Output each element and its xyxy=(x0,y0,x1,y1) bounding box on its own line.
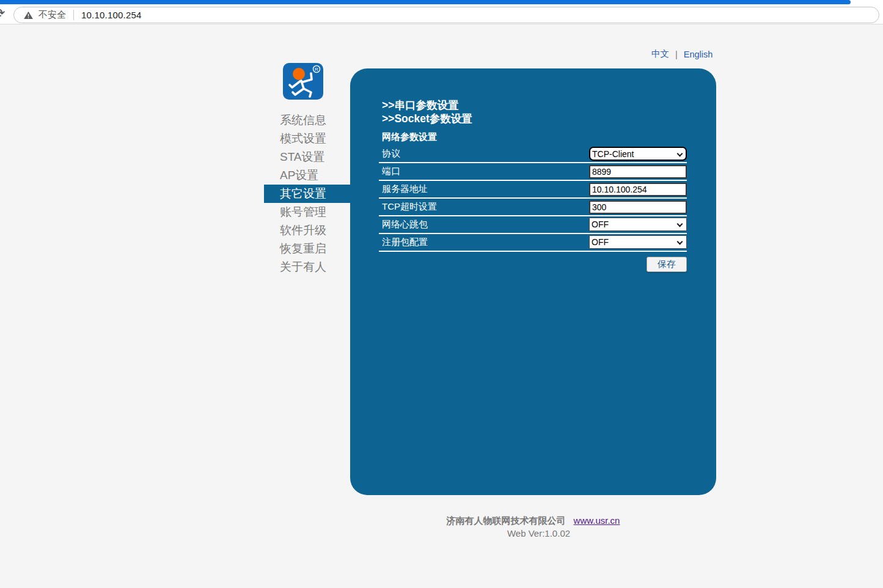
language-switcher: 中文 | English xyxy=(651,48,713,60)
sidebar-item-mode-settings[interactable]: 模式设置 xyxy=(264,130,350,148)
section-links: >>串口参数设置 >>Socket参数设置 xyxy=(379,99,687,125)
address-bar[interactable]: 不安全 10.10.100.254 xyxy=(13,7,879,23)
sidebar-item-ap-settings[interactable]: AP设置 xyxy=(264,166,350,185)
address-bar-divider xyxy=(73,10,74,20)
reload-icon[interactable]: ⟳ xyxy=(0,6,8,23)
web-version: Web Ver:1.0.02 xyxy=(350,528,716,538)
usr-iot-logo: R xyxy=(283,63,323,100)
tcp-timeout-input[interactable] xyxy=(589,200,687,214)
settings-form: 协议 TCP-Client 端口 服务器地址 TCP超时设置 xyxy=(379,145,687,252)
server-address-row: 服务器地址 xyxy=(379,181,687,199)
heartbeat-row: 网络心跳包 OFF xyxy=(379,216,687,234)
tcp-timeout-row: TCP超时设置 xyxy=(379,199,687,216)
save-button[interactable]: 保存 xyxy=(647,257,687,272)
website-link[interactable]: www.usr.cn xyxy=(574,515,620,526)
sidebar-item-other-settings[interactable]: 其它设置 xyxy=(264,185,350,203)
protocol-row: 协议 TCP-Client xyxy=(379,145,687,163)
sidebar-item-system-info[interactable]: 系统信息 xyxy=(264,111,350,130)
network-params-group-title: 网络参数设置 xyxy=(382,132,687,142)
company-name: 济南有人物联网技术有限公司 xyxy=(447,515,566,526)
sidebar-item-firmware-upgrade[interactable]: 软件升级 xyxy=(264,221,350,240)
server-address-label: 服务器地址 xyxy=(382,183,428,195)
lang-english-link[interactable]: English xyxy=(684,50,713,59)
page-footer: 济南有人物联网技术有限公司www.usr.cn Web Ver:1.0.02 xyxy=(350,515,716,538)
heartbeat-select[interactable]: OFF xyxy=(589,218,687,231)
sidebar-item-account[interactable]: 账号管理 xyxy=(264,203,350,221)
browser-toolbar: ⟳ 不安全 10.10.100.254 xyxy=(0,0,883,24)
port-input[interactable] xyxy=(589,165,687,178)
warning-triangle-icon[interactable] xyxy=(23,10,34,20)
protocol-label: 协议 xyxy=(382,148,400,160)
serial-params-section-link[interactable]: >>串口参数设置 xyxy=(382,99,687,112)
port-row: 端口 xyxy=(379,163,687,181)
socket-params-section-link[interactable]: >>Socket参数设置 xyxy=(382,112,687,126)
tcp-timeout-label: TCP超时设置 xyxy=(382,201,437,213)
register-packet-row: 注册包配置 OFF xyxy=(379,234,687,252)
sidebar-item-sta-settings[interactable]: STA设置 xyxy=(264,148,350,166)
port-label: 端口 xyxy=(382,166,400,177)
svg-text:R: R xyxy=(315,67,318,72)
server-address-input[interactable] xyxy=(589,183,687,196)
protocol-select[interactable]: TCP-Client xyxy=(589,147,687,161)
sidebar-item-restore-restart[interactable]: 恢复重启 xyxy=(264,240,350,258)
lang-divider: | xyxy=(675,50,678,59)
sidebar-menu: 系统信息 模式设置 STA设置 AP设置 其它设置 账号管理 软件升级 恢复重启… xyxy=(264,111,350,276)
sidebar-item-about[interactable]: 关于有人 xyxy=(264,258,350,276)
register-packet-select[interactable]: OFF xyxy=(589,235,687,249)
settings-panel: >>串口参数设置 >>Socket参数设置 网络参数设置 协议 TCP-Clie… xyxy=(350,68,716,495)
browser-tab-strip xyxy=(0,0,851,4)
heartbeat-label: 网络心跳包 xyxy=(382,219,428,230)
register-packet-label: 注册包配置 xyxy=(382,237,428,248)
lang-chinese-link[interactable]: 中文 xyxy=(651,48,669,60)
security-label: 不安全 xyxy=(38,9,66,21)
url-text[interactable]: 10.10.100.254 xyxy=(81,10,142,20)
